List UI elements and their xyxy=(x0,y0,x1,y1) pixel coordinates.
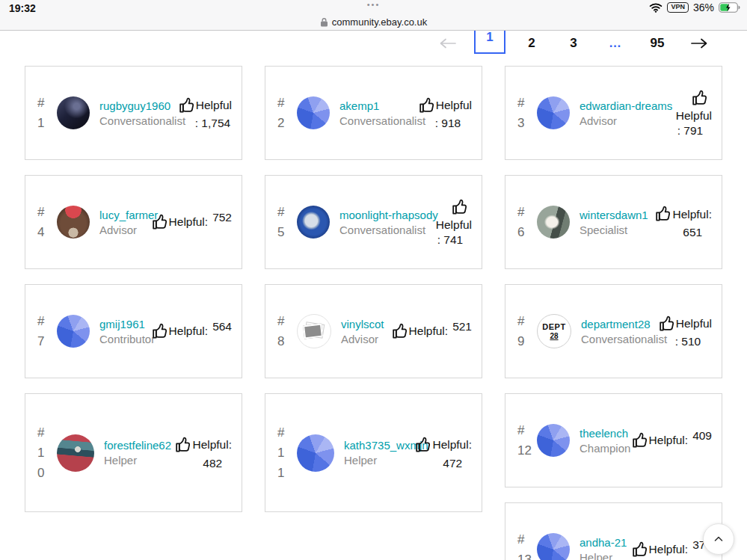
role-label: Helper xyxy=(344,454,414,467)
username-link[interactable]: wintersdawn1 xyxy=(580,209,648,221)
role-label: Champion xyxy=(580,442,630,455)
username-link[interactable]: akemp1 xyxy=(339,99,417,112)
username-link[interactable]: lucy_farmer xyxy=(99,209,150,221)
helpful-stat: Helpful: 409 xyxy=(630,431,712,450)
helpful-stat: Helpful : 1,754 xyxy=(177,96,232,130)
rank-label: #1 xyxy=(37,93,54,133)
helpful-count: 651 xyxy=(673,226,712,239)
avatar[interactable] xyxy=(57,96,90,129)
vpn-badge: VPN xyxy=(667,2,689,13)
avatar-text: 28 xyxy=(550,332,558,341)
role-label: Helper xyxy=(580,551,627,560)
multitask-dots: ••• xyxy=(0,0,747,9)
helpful-stat: Helpful: 564 xyxy=(150,322,232,341)
helpful-label: Helpful xyxy=(676,109,712,123)
rank-label: #6 xyxy=(517,202,534,242)
rank-label: #10 xyxy=(37,422,54,483)
thumbs-up-icon xyxy=(654,205,672,224)
rank-label: #12 xyxy=(517,420,534,461)
rank-label: #5 xyxy=(277,202,294,242)
thumbs-up-icon xyxy=(414,436,432,455)
helpful-label: Helpful: xyxy=(409,324,449,338)
username-link[interactable]: andha-21 xyxy=(580,536,627,549)
helpful-label: Helpful: xyxy=(672,208,712,221)
pagination-prev-button[interactable] xyxy=(427,37,469,49)
rank-label: #2 xyxy=(277,93,294,133)
thumbs-up-icon xyxy=(177,96,196,115)
avatar[interactable] xyxy=(57,206,90,239)
username-link[interactable]: forestfeline62 xyxy=(104,439,171,452)
helpful-stat: Helpful: 482 xyxy=(173,436,232,470)
leaderboard-grid: #1 rugbyguy1960 Conversationalist Helpfu… xyxy=(0,57,747,560)
avatar[interactable] xyxy=(537,533,570,560)
rank-label: #9 xyxy=(517,311,534,351)
helpful-stat: Helpful: 752 xyxy=(150,213,232,232)
helpful-label: Helpful: xyxy=(649,543,689,556)
avatar[interactable] xyxy=(297,96,330,129)
helpful-stat: Helpful: 651 xyxy=(654,205,712,239)
grid-column-2: #2 akemp1 Conversationalist Helpful : 91… xyxy=(265,66,482,512)
helpful-label: Helpful: xyxy=(649,434,689,447)
helpful-count: : 510 xyxy=(675,335,712,348)
username-link[interactable]: gmij1961 xyxy=(99,318,150,330)
rank-label: #3 xyxy=(517,93,534,133)
helpful-stat: Helpful: 472 xyxy=(414,436,472,470)
grid-column-3: #3 edwardian-dreams Advisor Helpful : 79… xyxy=(505,66,722,560)
leaderboard-card: #5 moonlight-rhapsody Conversationalist … xyxy=(265,175,482,269)
pagination-page-95[interactable]: 95 xyxy=(636,36,678,51)
thumbs-up-icon xyxy=(630,431,649,450)
leaderboard-card: #13 andha-21 Helper Helpful: 376 xyxy=(505,502,722,560)
helpful-count: : 791 xyxy=(677,124,703,138)
grid-column-1: #1 rugbyguy1960 Conversationalist Helpfu… xyxy=(25,66,242,512)
leaderboard-card: #2 akemp1 Conversationalist Helpful : 91… xyxy=(265,66,482,160)
leaderboard-card: #8 vinylscot Advisor Helpful: 521 xyxy=(265,284,482,378)
helpful-label: Helpful xyxy=(196,99,232,112)
pagination-page-3[interactable]: 3 xyxy=(553,36,594,51)
helpful-stat: Helpful : 510 xyxy=(657,315,712,348)
scroll-to-top-button[interactable] xyxy=(703,523,734,555)
helpful-label: Helpful: xyxy=(432,438,472,452)
rank-label: #4 xyxy=(37,202,54,242)
helpful-count: 521 xyxy=(452,320,472,333)
pagination-next-button[interactable] xyxy=(678,37,720,49)
avatar[interactable]: DEPT 28 xyxy=(537,314,571,348)
thumbs-up-icon xyxy=(417,96,436,115)
helpful-count: : 741 xyxy=(437,233,463,247)
chevron-up-icon xyxy=(713,533,725,545)
helpful-label: Helpful xyxy=(436,99,472,112)
pagination-page-2[interactable]: 2 xyxy=(511,36,553,51)
role-label: Conversationalist xyxy=(581,333,657,345)
username-link[interactable]: vinylscot xyxy=(341,318,384,330)
leaderboard-card: #1 rugbyguy1960 Conversationalist Helpfu… xyxy=(25,66,242,160)
leaderboard-card: #9 DEPT 28 department28 Conversationalis… xyxy=(505,284,722,378)
role-label: Specialist xyxy=(580,224,648,236)
avatar[interactable] xyxy=(537,424,570,457)
avatar[interactable] xyxy=(297,434,334,472)
thumbs-up-icon xyxy=(450,198,469,217)
avatar[interactable] xyxy=(57,434,94,472)
username-link[interactable]: edwardian-dreams xyxy=(580,99,672,112)
address-bar[interactable]: community.ebay.co.uk xyxy=(0,14,747,29)
helpful-count: 564 xyxy=(212,320,232,333)
username-link[interactable]: theelench xyxy=(580,427,630,440)
username-link[interactable]: moonlight-rhapsody xyxy=(339,209,436,221)
username-link[interactable]: rugbyguy1960 xyxy=(99,99,177,112)
username-link[interactable]: kath3735_wxmjn xyxy=(344,439,414,452)
leaderboard-card: #10 forestfeline62 Helper Helpful: 482 xyxy=(25,393,242,512)
avatar[interactable] xyxy=(297,314,331,348)
rank-label: #11 xyxy=(277,422,294,483)
helpful-label: Helpful xyxy=(676,317,712,330)
avatar[interactable] xyxy=(57,315,90,348)
username-link[interactable]: department28 xyxy=(581,318,657,330)
avatar[interactable] xyxy=(537,96,570,129)
role-label: Conversationalist xyxy=(99,114,177,127)
avatar[interactable] xyxy=(297,206,330,239)
avatar-text: DEPT xyxy=(542,322,565,332)
leaderboard-card: #12 theelench Champion Helpful: 409 xyxy=(505,393,722,487)
rank-label: #8 xyxy=(277,311,294,351)
battery-percent: 36% xyxy=(693,1,714,13)
avatar[interactable] xyxy=(537,206,570,239)
leaderboard-card: #4 lucy_farmer Advisor Helpful: 752 xyxy=(25,175,242,269)
helpful-label: Helpful: xyxy=(169,324,209,338)
thumbs-up-icon xyxy=(173,436,192,455)
